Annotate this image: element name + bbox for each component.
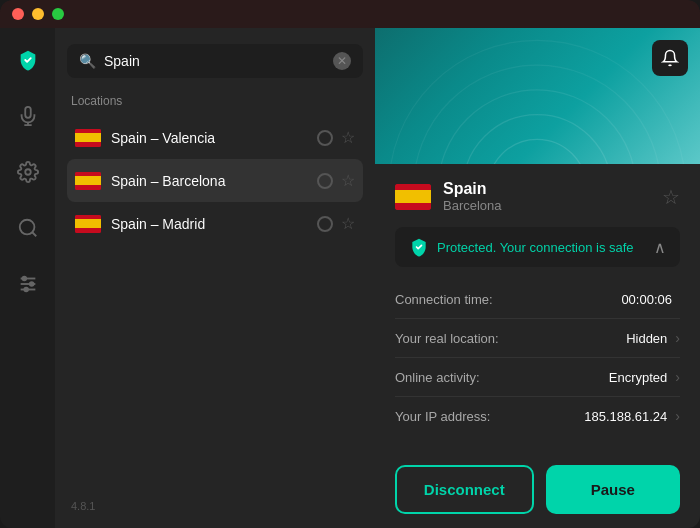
real-location-value: Hidden (626, 331, 667, 346)
svg-point-3 (25, 169, 31, 175)
close-button[interactable] (12, 8, 24, 20)
version-label: 4.8.1 (67, 500, 363, 512)
location-actions-barcelona: ☆ (317, 171, 355, 190)
location-name-valencia: Spain – Valencia (111, 130, 307, 146)
spain-flag-barcelona (75, 172, 101, 190)
online-activity-label: Online activity: (395, 370, 609, 385)
online-activity-row[interactable]: Online activity: Encrypted › (395, 358, 680, 397)
ip-address-label: Your IP address: (395, 409, 584, 424)
svg-point-4 (19, 220, 34, 235)
info-card: Spain Barcelona ☆ Protected. Your connec… (375, 164, 700, 451)
svg-line-5 (32, 232, 36, 236)
connection-time-label: Connection time: (395, 292, 621, 307)
microphone-icon[interactable] (12, 100, 44, 132)
real-location-label: Your real location: (395, 331, 626, 346)
spain-flag-madrid (75, 215, 101, 233)
gear-icon[interactable] (12, 156, 44, 188)
minimize-button[interactable] (32, 8, 44, 20)
online-activity-arrow: › (675, 369, 680, 385)
favorite-barcelona-button[interactable]: ☆ (341, 171, 355, 190)
location-name-madrid: Spain – Madrid (111, 216, 307, 232)
svg-rect-0 (25, 107, 31, 118)
app-body: 🔍 ✕ Locations Spain – Valencia ☆ (0, 28, 700, 528)
real-location-row[interactable]: Your real location: Hidden › (395, 319, 680, 358)
info-rows: Connection time: 00:00:06 Your real loca… (395, 281, 680, 435)
select-valencia-button[interactable] (317, 130, 333, 146)
preferences-icon[interactable] (12, 268, 44, 300)
real-location-arrow: › (675, 330, 680, 346)
location-item-barcelona[interactable]: Spain – Barcelona ☆ (67, 159, 363, 202)
location-name-barcelona: Spain – Barcelona (111, 173, 307, 189)
select-madrid-button[interactable] (317, 216, 333, 232)
location-item-valencia[interactable]: Spain – Valencia ☆ (67, 116, 363, 159)
location-header: Spain Barcelona ☆ (395, 180, 680, 213)
sidebar (0, 28, 55, 528)
search-bar: 🔍 ✕ (67, 44, 363, 78)
notification-button[interactable] (652, 40, 688, 76)
selected-city: Barcelona (443, 198, 650, 213)
status-bar: Protected. Your connection is safe ∧ (395, 227, 680, 267)
location-info: Spain Barcelona (443, 180, 650, 213)
location-list: Spain – Valencia ☆ Spain – Barcelona ☆ (67, 116, 363, 245)
svg-point-16 (389, 40, 686, 164)
ip-address-row[interactable]: Your IP address: 185.188.61.24 › (395, 397, 680, 435)
search-icon: 🔍 (79, 53, 96, 69)
maximize-button[interactable] (52, 8, 64, 20)
left-panel: 🔍 ✕ Locations Spain – Valencia ☆ (55, 28, 375, 528)
pause-button[interactable]: Pause (546, 465, 681, 514)
ip-address-value: 185.188.61.24 (584, 409, 667, 424)
svg-point-12 (488, 139, 587, 164)
shield-status-icon (409, 237, 429, 257)
status-text: Protected. Your connection is safe (437, 240, 646, 255)
select-barcelona-button[interactable] (317, 173, 333, 189)
svg-point-9 (22, 277, 26, 281)
svg-point-10 (29, 282, 33, 286)
search-nav-icon[interactable] (12, 212, 44, 244)
location-actions-valencia: ☆ (317, 128, 355, 147)
map-area (375, 28, 700, 164)
clear-search-button[interactable]: ✕ (333, 52, 351, 70)
location-actions-madrid: ☆ (317, 214, 355, 233)
connection-time-value: 00:00:06 (621, 292, 672, 307)
selected-location-flag (395, 184, 431, 210)
connection-time-row[interactable]: Connection time: 00:00:06 (395, 281, 680, 319)
locations-label: Locations (67, 94, 363, 108)
favorite-location-button[interactable]: ☆ (662, 185, 680, 209)
title-bar (0, 0, 700, 28)
online-activity-value: Encrypted (609, 370, 668, 385)
spain-flag-valencia (75, 129, 101, 147)
svg-point-14 (438, 90, 636, 164)
location-item-madrid[interactable]: Spain – Madrid ☆ (67, 202, 363, 245)
selected-country: Spain (443, 180, 650, 198)
disconnect-button[interactable]: Disconnect (395, 465, 534, 514)
shield-logo-icon[interactable] (12, 44, 44, 76)
svg-point-11 (24, 288, 28, 292)
ip-address-arrow: › (675, 408, 680, 424)
expand-status-button[interactable]: ∧ (654, 238, 666, 257)
right-panel: Spain Barcelona ☆ Protected. Your connec… (375, 28, 700, 528)
favorite-madrid-button[interactable]: ☆ (341, 214, 355, 233)
action-buttons: Disconnect Pause (375, 451, 700, 528)
search-input[interactable] (104, 53, 325, 69)
favorite-valencia-button[interactable]: ☆ (341, 128, 355, 147)
